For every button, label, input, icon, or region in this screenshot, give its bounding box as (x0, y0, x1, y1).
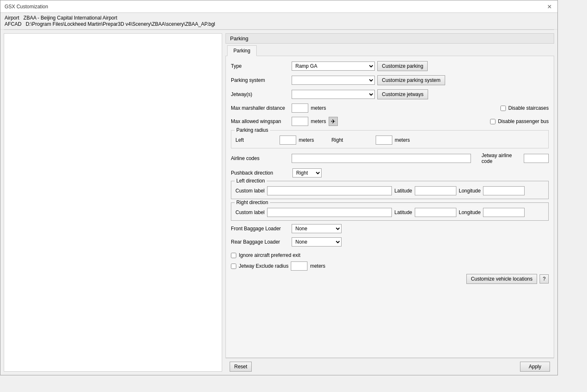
meters-marshaller: meters (311, 105, 326, 111)
left-radius-input[interactable] (280, 136, 296, 145)
airport-value: ZBAA - Beijing Capital International Air… (23, 15, 117, 21)
customize-parking-button[interactable]: Customize parking (377, 61, 428, 71)
left-longitude-input[interactable] (483, 186, 525, 195)
max-wingspan-label: Max allowed wingspan (231, 118, 289, 124)
type-label: Type (231, 63, 289, 69)
type-dropdown[interactable]: Ramp GA Gate Tie down Dock (292, 62, 375, 71)
meters-left: meters (299, 137, 314, 143)
question-button[interactable]: ? (540, 274, 549, 284)
tab-parking[interactable]: Parking (227, 45, 257, 56)
reset-button[interactable]: Reset (230, 362, 252, 372)
window-title: GSX Customization (5, 4, 48, 10)
left-custom-label-text: Custom label (235, 188, 265, 194)
disable-staircases-label: Disable staircases (508, 105, 549, 111)
left-custom-label-input[interactable] (267, 186, 392, 195)
parking-header: Parking (225, 33, 554, 44)
max-wingspan-input[interactable] (292, 117, 308, 126)
jetway-airline-code-input[interactable] (524, 154, 549, 163)
parking-system-dropdown[interactable] (292, 76, 375, 85)
rear-baggage-label: Rear Baggage Loader (231, 239, 289, 245)
right-longitude-input[interactable] (483, 208, 525, 217)
left-direction-title: Left direction (235, 178, 267, 184)
airline-codes-input[interactable] (292, 154, 471, 163)
disable-staircases-checkbox[interactable] (500, 106, 506, 111)
afcad-value: D:\Program Files\Lockheed Martin\Prepar3… (26, 21, 215, 27)
disable-passenger-bus-label: Disable passenger bus (498, 118, 549, 124)
right-direction-title: Right direction (235, 200, 270, 205)
jetways-label: Jetway(s) (231, 91, 289, 97)
jetway-exclude-label: Jetway Exclude radius (239, 263, 288, 269)
ignore-aircraft-label: Ignore aircraft preferred exit (239, 252, 300, 258)
airplane-icon[interactable]: ✈ (329, 117, 338, 126)
pushback-direction-label: Pushback direction (231, 170, 289, 176)
left-latitude-label: Latitude (394, 188, 412, 194)
customize-vehicle-locations-button[interactable]: Customize vehicle locations (466, 274, 537, 284)
right-custom-label-input[interactable] (267, 208, 392, 217)
right-label: Right (332, 137, 373, 143)
parking-radius-title: Parking radius (235, 127, 270, 133)
afcad-label: AFCAD (5, 21, 22, 27)
meters-right: meters (395, 137, 410, 143)
jetway-exclude-checkbox[interactable] (231, 264, 236, 269)
max-marshaller-input[interactable] (292, 104, 308, 113)
max-marshaller-label: Max marshaller distance (231, 105, 289, 111)
jetway-airline-code-label: Jetway airline code (482, 153, 521, 164)
disable-passenger-bus-checkbox[interactable] (490, 119, 495, 124)
airport-label: Airport (5, 15, 19, 21)
apply-button[interactable]: Apply (520, 362, 550, 372)
right-latitude-label: Latitude (394, 210, 412, 215)
right-latitude-input[interactable] (415, 208, 456, 217)
right-custom-label-text: Custom label (235, 210, 265, 215)
customize-parking-system-button[interactable]: Customize parking system (377, 75, 445, 85)
map-panel (4, 33, 222, 372)
airline-codes-label: Airline codes (231, 155, 289, 161)
right-longitude-label: Longitude (459, 210, 481, 215)
rear-baggage-dropdown[interactable]: None Left Right (292, 237, 342, 247)
meters-jetway: meters (310, 263, 325, 269)
left-label: Left (235, 137, 277, 143)
ignore-aircraft-checkbox[interactable] (231, 253, 236, 258)
close-button[interactable]: ✕ (546, 3, 553, 10)
jetway-exclude-input[interactable] (291, 261, 307, 271)
left-longitude-label: Longitude (459, 188, 481, 194)
customize-jetways-button[interactable]: Customize jetways (377, 89, 428, 99)
meters-wingspan: meters (311, 118, 326, 124)
front-baggage-label: Front Baggage Loader (231, 226, 289, 232)
right-radius-input[interactable] (376, 136, 392, 145)
pushback-direction-dropdown[interactable]: Right Left None (292, 168, 322, 178)
jetways-dropdown[interactable] (292, 90, 375, 99)
parking-system-label: Parking system (231, 77, 289, 83)
front-baggage-dropdown[interactable]: None Left Right (292, 224, 342, 233)
left-latitude-input[interactable] (415, 186, 456, 195)
